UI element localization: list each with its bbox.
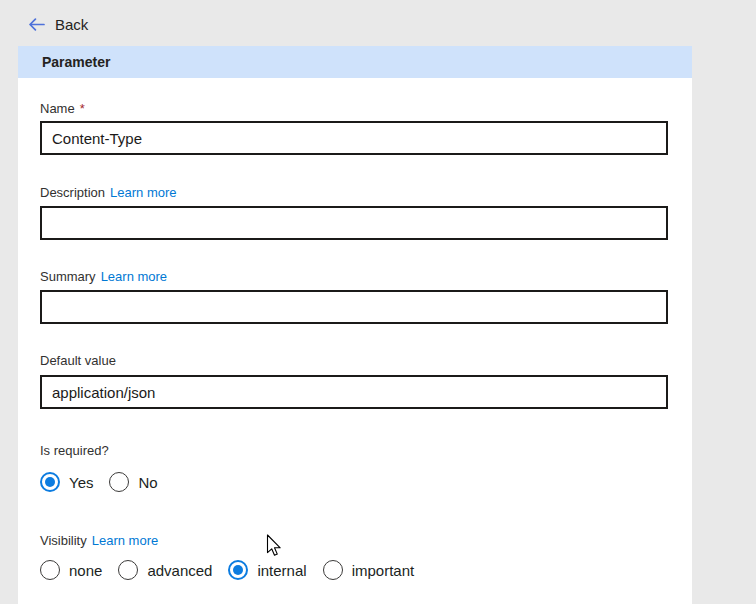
radio-yes-icon[interactable]: [40, 472, 60, 492]
summary-input[interactable]: [40, 290, 668, 324]
radio-option-yes[interactable]: Yes: [40, 472, 93, 492]
radio-option-internal[interactable]: internal: [228, 560, 306, 580]
back-arrow-icon: [28, 18, 45, 31]
back-label: Back: [55, 16, 88, 33]
default-value-label-text: Default value: [40, 353, 116, 368]
default-value-input[interactable]: [40, 375, 668, 409]
description-label: Description Learn more: [40, 185, 177, 200]
is-required-label: Is required?: [40, 443, 109, 458]
visibility-label-text: Visibility: [40, 533, 87, 548]
name-label: Name *: [40, 101, 85, 116]
radio-advanced-icon[interactable]: [118, 560, 138, 580]
required-marker: *: [80, 101, 85, 116]
parameter-edit-page: { "back": { "label": "Back" }, "header":…: [0, 0, 756, 604]
radio-none-label[interactable]: none: [69, 562, 102, 579]
section-title: Parameter: [42, 54, 111, 70]
radio-no-icon[interactable]: [109, 472, 129, 492]
radio-advanced-label[interactable]: advanced: [147, 562, 212, 579]
radio-important-label[interactable]: important: [352, 562, 415, 579]
description-input[interactable]: [40, 206, 668, 240]
summary-label: Summary Learn more: [40, 269, 167, 284]
radio-option-important[interactable]: important: [323, 560, 415, 580]
radio-no-label[interactable]: No: [138, 474, 157, 491]
description-label-text: Description: [40, 185, 105, 200]
parameter-panel: Parameter Name * Description Learn more …: [18, 46, 692, 604]
summary-label-text: Summary: [40, 269, 96, 284]
radio-option-advanced[interactable]: advanced: [118, 560, 212, 580]
radio-option-none[interactable]: none: [40, 560, 102, 580]
visibility-learn-more-link[interactable]: Learn more: [92, 533, 158, 548]
radio-option-no[interactable]: No: [109, 472, 157, 492]
radio-internal-label[interactable]: internal: [257, 562, 306, 579]
default-value-label: Default value: [40, 353, 116, 368]
radio-none-icon[interactable]: [40, 560, 60, 580]
description-learn-more-link[interactable]: Learn more: [110, 185, 176, 200]
is-required-label-text: Is required?: [40, 443, 109, 458]
back-button[interactable]: Back: [28, 16, 88, 33]
parameter-section-header[interactable]: Parameter: [18, 46, 692, 78]
radio-important-icon[interactable]: [323, 560, 343, 580]
is-required-radio-group: Yes No: [40, 471, 158, 493]
summary-learn-more-link[interactable]: Learn more: [101, 269, 167, 284]
radio-yes-label[interactable]: Yes: [69, 474, 93, 491]
visibility-label: Visibility Learn more: [40, 533, 158, 548]
radio-internal-icon[interactable]: [228, 560, 248, 580]
name-input[interactable]: [40, 121, 668, 155]
name-label-text: Name: [40, 101, 75, 116]
visibility-radio-group: none advanced internal important: [40, 559, 414, 581]
